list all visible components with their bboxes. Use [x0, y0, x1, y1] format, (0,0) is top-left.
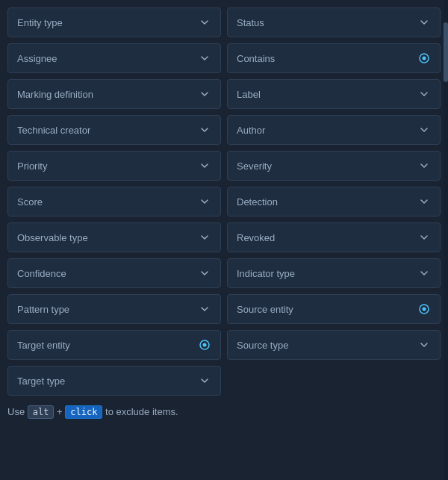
dropdown-label-source-entity: Source entity	[237, 304, 417, 315]
suffix-text: to exclude items.	[105, 406, 178, 417]
chevron-down-icon	[417, 123, 431, 137]
dropdown-severity[interactable]: Severity	[227, 151, 441, 181]
scrollbar-thumb[interactable]	[444, 22, 448, 82]
dropdown-priority[interactable]: Priority	[7, 151, 221, 181]
dropdown-label-indicator-type: Indicator type	[237, 268, 417, 279]
dropdown-label-technical-creator: Technical creator	[17, 125, 198, 136]
dropdown-score[interactable]: Score	[7, 187, 221, 216]
dropdown-source-entity[interactable]: Source entity	[227, 294, 441, 324]
dropdown-target-type[interactable]: Target type	[7, 366, 221, 396]
svg-point-5	[203, 343, 207, 347]
chevron-down-icon	[417, 16, 431, 29]
dropdown-technical-creator[interactable]: Technical creator	[7, 115, 221, 145]
dropdown-indicator-type[interactable]: Indicator type	[227, 258, 441, 288]
dropdown-source-type[interactable]: Source type	[227, 330, 441, 360]
alt-key: alt	[28, 405, 55, 419]
palette-icon	[198, 338, 211, 352]
dropdown-label-entity-type: Entity type	[17, 17, 198, 28]
chevron-down-icon	[417, 195, 431, 208]
chevron-down-icon	[198, 87, 211, 101]
dropdown-label-target-type: Target type	[17, 375, 198, 387]
dropdown-assignee[interactable]: Assignee	[7, 43, 221, 73]
dropdown-status[interactable]: Status	[227, 7, 441, 37]
dropdown-label-detection: Detection	[237, 196, 417, 208]
chevron-down-icon	[417, 159, 431, 172]
dropdown-label-observable-type: Observable type	[17, 232, 198, 243]
palette-icon	[417, 302, 431, 316]
filter-grid: Entity type Status Assignee Contains Mar…	[7, 7, 441, 396]
svg-point-3	[423, 308, 426, 311]
chevron-down-icon	[417, 231, 431, 244]
dropdown-label-source-type: Source type	[237, 340, 417, 351]
dropdown-revoked[interactable]: Revoked	[227, 222, 441, 252]
chevron-down-icon	[198, 302, 211, 316]
dropdown-confidence[interactable]: Confidence	[7, 258, 221, 288]
dropdown-contains[interactable]: Contains	[227, 43, 441, 73]
dropdown-label-assignee: Assignee	[17, 53, 198, 64]
dropdown-pattern-type[interactable]: Pattern type	[7, 294, 221, 324]
dropdown-label-confidence: Confidence	[17, 268, 198, 279]
dropdown-label-marking-definition: Marking definition	[17, 89, 198, 100]
chevron-down-icon	[198, 159, 211, 172]
dropdown-label-contains: Contains	[237, 53, 417, 64]
plus-text: +	[57, 406, 63, 417]
chevron-down-icon	[417, 87, 431, 101]
chevron-down-icon	[198, 195, 211, 208]
dropdown-detection[interactable]: Detection	[227, 187, 441, 216]
dropdown-label-revoked: Revoked	[237, 232, 417, 243]
dropdown-label-label: Label	[237, 89, 417, 100]
dropdown-observable-type[interactable]: Observable type	[7, 222, 221, 252]
use-text: Use	[7, 406, 25, 417]
empty-cell	[227, 366, 441, 396]
dropdown-label-priority: Priority	[17, 160, 198, 172]
chevron-down-icon	[198, 123, 211, 137]
chevron-down-icon	[198, 231, 211, 244]
chevron-down-icon	[198, 16, 211, 29]
footer-hint: Use alt + click to exclude items.	[7, 406, 441, 417]
dropdown-label-author: Author	[237, 125, 417, 136]
palette-icon	[417, 52, 431, 65]
chevron-down-icon	[198, 374, 211, 387]
dropdown-marking-definition[interactable]: Marking definition	[7, 79, 221, 109]
chevron-down-icon	[198, 52, 211, 65]
dropdown-entity-type[interactable]: Entity type	[7, 7, 221, 37]
chevron-down-icon	[417, 338, 431, 352]
dropdown-label[interactable]: Label	[227, 79, 441, 109]
svg-point-1	[423, 57, 426, 60]
chevron-down-icon	[198, 267, 211, 280]
dropdown-target-entity[interactable]: Target entity	[7, 330, 221, 360]
dropdown-label-pattern-type: Pattern type	[17, 304, 198, 315]
dropdown-label-severity: Severity	[237, 160, 417, 172]
dropdown-label-score: Score	[17, 196, 198, 208]
dropdown-author[interactable]: Author	[227, 115, 441, 145]
chevron-down-icon	[417, 267, 431, 280]
dropdown-label-status: Status	[237, 17, 417, 28]
click-key: click	[65, 405, 102, 419]
dropdown-label-target-entity: Target entity	[17, 340, 198, 351]
scrollbar-track	[444, 0, 448, 480]
